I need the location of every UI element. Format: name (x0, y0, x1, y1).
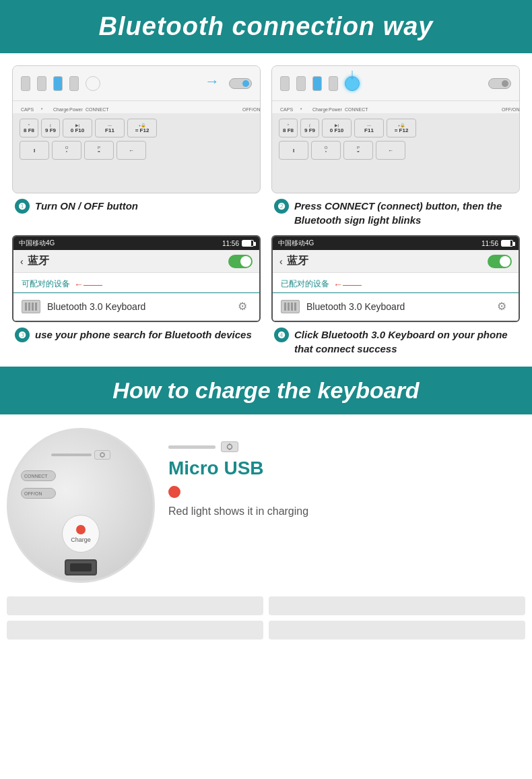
step-4-nav-bar: ‹ 蓝牙 (273, 250, 519, 273)
step-3-time: 11:56 (222, 240, 239, 247)
step-4-back-arrow-icon[interactable]: ‹ (279, 256, 283, 267)
connect-hw-button: CONNECT (21, 470, 56, 481)
key-i-2: I (279, 141, 308, 160)
step-1-text: Turn ON / OFF button (35, 199, 138, 213)
step-4-time: 11:56 (481, 240, 498, 247)
key-p-2: P" (343, 141, 373, 160)
step-3-status-right: 11:56 (222, 240, 254, 247)
red-light-row (168, 486, 525, 498)
plug-visual (221, 441, 238, 452)
step-3-nav-bar: ‹ 蓝牙 (13, 250, 259, 273)
key-f11-2: —F11 (354, 119, 384, 137)
offon-hw-button: OFF/ON (21, 488, 56, 499)
key-backspace: ← (117, 141, 146, 160)
svg-point-0 (100, 453, 104, 457)
step-3-carrier: 中国移动4G (19, 239, 55, 248)
key-row-1: *8 F8 (9 F9 ▶|0 F10 —F11 +🔒= F12 (20, 119, 253, 137)
keyboard-keys-area-2: *8 F8 (9 F9 ▶|0 F10 —F11 +🔒= F12 I O' P"… (272, 113, 519, 165)
key-row-4: I O' P" ← (279, 141, 512, 160)
step-3-battery-fill (242, 241, 251, 246)
step-2-num: ❷ (274, 199, 289, 214)
step-4-battery-fill (502, 241, 510, 246)
red-indicator-icon (168, 486, 180, 498)
header-banner: Bluetooth connection way (0, 0, 532, 53)
step-4-section-arrow-icon: ←—— (333, 279, 362, 290)
svg-point-3 (228, 445, 232, 449)
key-f12: +🔒= F12 (127, 119, 157, 137)
charge-indicator-2 (312, 76, 322, 91)
cable-line (51, 454, 92, 456)
placeholder-bar-3 (7, 621, 263, 640)
step-3-device-name: Bluetooth 3.0 Keyboard (47, 301, 231, 312)
step-3-label: ❸ use your phone search for Bluetooth de… (12, 328, 261, 342)
key-f8: *8 F8 (20, 119, 38, 137)
charge-title: How to charge the keyboard (13, 377, 519, 404)
charge-info-panel: Micro USB Red light shows it in charging (168, 428, 525, 520)
step-4-text: Click Bluetooth 3.0 Keyboard on your pho… (294, 328, 517, 356)
step-4-device-row[interactable]: Bluetooth 3.0 Keyboard ⚙ (273, 293, 519, 321)
off-on-switch-2 (488, 78, 511, 89)
key-p: P" (84, 141, 114, 160)
step-4-gear-icon[interactable]: ⚙ (497, 300, 510, 313)
charge-indicator (53, 76, 63, 91)
steps-row-1: → CAPS * Charge Power CONNECT OFF/ON *8 … (0, 53, 532, 231)
step-4-section-text: 已配对的设备 (281, 278, 329, 290)
usb-port-bottom (65, 559, 97, 575)
steps-row-2: 中国移动4G 11:56 ‹ 蓝牙 可配对的设备 ←—— Bluetoot (0, 231, 532, 360)
step-4-status-bar: 中国移动4G 11:56 (273, 237, 519, 250)
step-1-num: ❶ (15, 199, 30, 214)
connect-button-1 (86, 76, 100, 91)
step-4-block: 中国移动4G 11:56 ‹ 蓝牙 已配对的设备 ←—— Bluetoot (266, 231, 525, 360)
usb-symbol (98, 452, 107, 458)
step-4-label: ❹ Click Bluetooth 3.0 Keyboard on your p… (271, 328, 520, 356)
off-on-switch-1 (229, 78, 252, 89)
placeholder-bar-1 (7, 596, 263, 615)
star-indicator (37, 76, 46, 91)
power-indicator (69, 76, 79, 91)
key-i: I (20, 141, 49, 160)
side-buttons: CONNECT OFF/ON (21, 470, 56, 499)
step-3-bluetooth-toggle[interactable] (228, 255, 253, 268)
page-title: Bluetooth connection way (13, 12, 519, 41)
step-2-block: ↓ CAPS * Charge Power CONNECT OFF/ON (266, 61, 525, 231)
charge-label-circle: Charge (62, 515, 100, 553)
step-4-num: ❹ (274, 328, 289, 342)
key-f10-2: ▶|0 F10 (322, 119, 352, 137)
key-f9: (9 F9 (41, 119, 60, 137)
micro-usb-title: Micro USB (168, 458, 525, 479)
step-3-block: 中国移动4G 11:56 ‹ 蓝牙 可配对的设备 ←—— Bluetoot (7, 231, 266, 360)
step-3-num: ❸ (15, 328, 30, 342)
step-3-back-arrow-icon[interactable]: ‹ (20, 256, 24, 267)
key-f12-2: +🔒= F12 (387, 119, 416, 137)
key-backspace-2: ← (376, 141, 405, 160)
step-3-phone-screen: 中国移动4G 11:56 ‹ 蓝牙 可配对的设备 ←—— Bluetoot (12, 235, 261, 322)
keyboard-top-bar-1: → (13, 66, 260, 101)
step-4-status-right: 11:56 (481, 240, 513, 247)
key-o-2: O' (311, 141, 341, 160)
step-3-keyboard-icon (22, 300, 40, 313)
usb-icon (225, 443, 234, 450)
step-3-nav-title: 蓝牙 (28, 254, 49, 268)
power-indicator-2 (329, 76, 338, 91)
bottom-placeholders (0, 596, 532, 653)
key-f10: ▶|0 F10 (63, 119, 92, 137)
step-3-device-row[interactable]: Bluetooth 3.0 Keyboard ⚙ (13, 293, 259, 321)
step-3-gear-icon[interactable]: ⚙ (238, 300, 251, 313)
charge-image-circle: CONNECT OFF/ON Charge (7, 428, 155, 583)
step-4-nav-title: 蓝牙 (287, 254, 308, 268)
charge-label-text: Charge (71, 536, 91, 543)
red-light-dot (76, 525, 86, 534)
step-2-keyboard-image: ↓ CAPS * Charge Power CONNECT OFF/ON (271, 65, 520, 193)
keyboard-keys-area-1: *8 F8 (9 F9 ▶|0 F10 —F11 +🔒= F12 I O' P"… (13, 113, 260, 165)
key-o: O' (52, 141, 81, 160)
step-4-battery-icon (501, 240, 513, 247)
step-4-bluetooth-toggle[interactable] (488, 255, 512, 268)
key-row-2: I O' P" ← (20, 141, 253, 160)
red-light-info-text: Red light shows it in charging (168, 503, 525, 520)
step-1-keyboard-image: → CAPS * Charge Power CONNECT OFF/ON *8 … (12, 65, 261, 193)
step-3-text: use your phone search for Bluetooth devi… (35, 328, 252, 342)
charge-banner: How to charge the keyboard (0, 367, 532, 414)
step-4-keyboard-icon (281, 300, 300, 313)
step-3-section-arrow-icon: ←—— (74, 279, 102, 290)
key-row-3: *8 F8 (9 F9 ▶|0 F10 —F11 +🔒= F12 (279, 119, 512, 137)
